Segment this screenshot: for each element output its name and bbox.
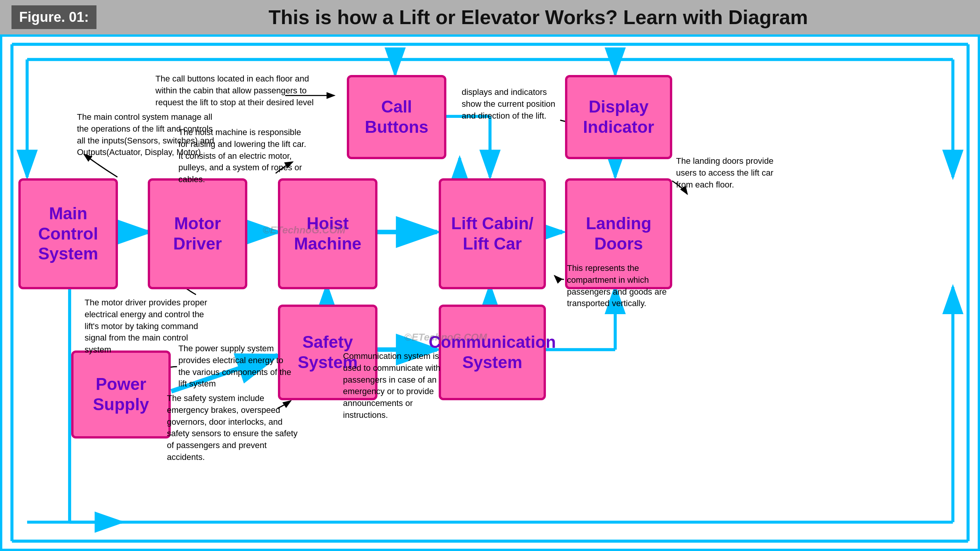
main-control-system-label: MainControlSystem (38, 204, 98, 264)
figure-label: Figure. 01: (11, 5, 96, 29)
communication-system-box: CommunicationSystem (439, 305, 546, 400)
lift-cabin-label: Lift Cabin/Lift Car (451, 214, 533, 254)
call-buttons-label: CallButtons (365, 97, 428, 137)
display-indicator-box: DisplayIndicator (565, 75, 672, 159)
power-supply-box: PowerSupply (71, 350, 171, 439)
header: Figure. 01: This is how a Lift or Elevat… (0, 0, 980, 34)
watermark-1: ©ETechnoG.COM (263, 224, 345, 236)
main-control-system-box: MainControlSystem (18, 178, 118, 289)
landing-doors-label: LandingDoors (586, 214, 651, 254)
annotation-call-buttons: The call buttons located in each floor a… (155, 73, 324, 108)
annotation-landing-doors: The landing doors provide users to acces… (676, 155, 783, 191)
annotation-power-supply: The power supply system provides electri… (178, 343, 297, 390)
motor-driver-label: MotorDriver (173, 214, 222, 254)
lift-cabin-box: Lift Cabin/Lift Car (439, 178, 546, 289)
annotation-lift-cabin: This represents the compartment in which… (567, 262, 678, 310)
watermark-2: ©ETechnoG.COM (404, 331, 487, 343)
annotation-safety-system: The safety system include emergency brak… (167, 393, 305, 463)
annotation-display-indicator: displays and indicators show the current… (462, 86, 557, 122)
annotation-communication: Communication system is used to communic… (343, 350, 454, 421)
power-supply-label: PowerSupply (93, 374, 149, 415)
diagram-area: MainControlSystem MotorDriver HoistMachi… (0, 34, 980, 551)
annotation-hoist-machine: The hoist machine is responsible for rai… (178, 127, 309, 186)
motor-driver-box: MotorDriver (148, 178, 247, 289)
display-indicator-label: DisplayIndicator (583, 97, 654, 137)
page-title: This is how a Lift or Elevator Works? Le… (108, 6, 969, 29)
call-buttons-box: CallButtons (347, 75, 446, 159)
